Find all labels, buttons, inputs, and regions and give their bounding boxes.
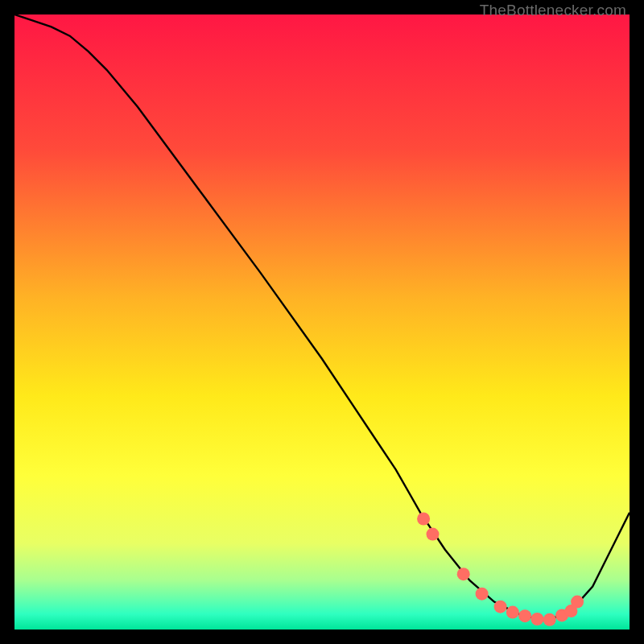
marker-dot bbox=[417, 513, 430, 526]
marker-dot bbox=[571, 596, 584, 609]
marker-dot bbox=[476, 588, 489, 601]
gradient-bg bbox=[14, 14, 630, 630]
chart-frame bbox=[14, 14, 630, 630]
marker-dot bbox=[457, 568, 470, 580]
chart-svg bbox=[14, 14, 630, 630]
marker-dot bbox=[506, 606, 519, 619]
marker-dot bbox=[518, 609, 531, 622]
marker-dot bbox=[494, 601, 507, 613]
watermark-text: TheBottlenecker.com bbox=[480, 2, 626, 19]
marker-dot bbox=[427, 528, 440, 541]
marker-dot bbox=[530, 613, 543, 625]
marker-dot bbox=[543, 613, 556, 626]
